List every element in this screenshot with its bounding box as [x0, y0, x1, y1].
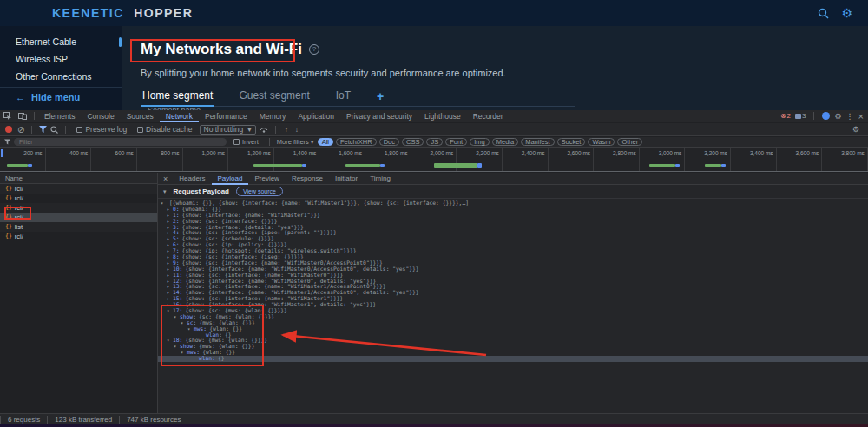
export-har-icon[interactable]: ↓ [295, 126, 299, 134]
request-row[interactable]: {} rci/ [0, 184, 157, 194]
devtools-tab[interactable]: Memory [253, 110, 293, 122]
devtools-tab[interactable]: Console [81, 110, 120, 122]
devtools-tab[interactable]: Performance [199, 110, 253, 122]
search-icon[interactable] [818, 8, 829, 19]
expander-icon[interactable]: ▾ [181, 320, 187, 326]
devtools-close-icon[interactable]: × [858, 111, 864, 122]
import-har-icon[interactable]: ↑ [285, 126, 288, 134]
detail-tab[interactable]: Initiator [329, 173, 364, 185]
segment-tab[interactable]: IoT [334, 87, 352, 107]
expander-icon[interactable]: ▸ [167, 213, 173, 219]
detail-tab[interactable]: Response [286, 173, 329, 185]
filter-chip[interactable]: Fetch/XHR [336, 138, 377, 146]
expander-icon[interactable]: ▾ [161, 200, 167, 207]
payload-line[interactable]: ▾show:{mws: {wlan: {}}} [158, 344, 868, 350]
section-expander-icon[interactable]: ▾ [163, 188, 167, 195]
expander-icon[interactable]: ▸ [167, 230, 173, 236]
network-settings-gear-icon[interactable]: ⚙ [852, 125, 865, 134]
filter-chip[interactable]: JS [426, 138, 443, 146]
filter-chip[interactable]: Img [470, 138, 490, 146]
sidebar-item[interactable]: Ethernet Cable [0, 33, 122, 50]
expander-icon[interactable]: ▸ [167, 225, 173, 231]
inspect-element-icon[interactable] [3, 112, 11, 120]
payload-line[interactable]: ▾18:{show: {mws: {wlan: {}}}} [158, 338, 868, 344]
expander-icon[interactable]: ▸ [167, 254, 173, 260]
more-filters-dropdown[interactable]: More filters▾ [277, 138, 314, 146]
invert-checkbox[interactable]: Invert [233, 138, 259, 146]
detail-tab[interactable]: Headers [173, 173, 211, 185]
filter-chip[interactable]: Socket [557, 138, 586, 146]
devtools-tab[interactable]: Elements [38, 110, 81, 122]
expander-icon[interactable]: ▸ [167, 279, 173, 285]
device-toolbar-icon[interactable] [18, 112, 27, 120]
expander-icon[interactable]: ▸ [167, 290, 173, 296]
payload-line[interactable]: ▾sc:{mws: {wlan: {}}} [158, 320, 868, 326]
filter-chip[interactable]: CSS [402, 138, 424, 146]
expander-icon[interactable]: ▾ [174, 344, 180, 350]
request-list-header[interactable]: Name [0, 173, 157, 184]
preserve-log-checkbox[interactable]: Preserve log [76, 125, 127, 134]
hide-menu-button[interactable]: ←Hide menu [16, 92, 80, 102]
network-timeline-overview[interactable]: 200 ms 400 ms 600 ms 800 ms 1,000 ms 1,2… [0, 148, 868, 172]
expander-icon[interactable]: ▸ [167, 219, 173, 225]
filter-chip[interactable]: Doc [379, 138, 399, 146]
request-row[interactable]: {} rci/ [0, 213, 157, 222]
record-button[interactable] [5, 126, 12, 133]
detail-tab[interactable]: Payload [212, 173, 249, 185]
expander-icon[interactable]: ▾ [181, 350, 187, 356]
network-conditions-icon[interactable] [260, 126, 268, 134]
request-row[interactable]: {} rci/ [0, 194, 157, 203]
devtools-settings-icon[interactable]: ⚙ [834, 112, 841, 121]
devtools-tab[interactable]: Sources [121, 110, 160, 122]
devtools-tab[interactable]: Lighthouse [418, 110, 467, 122]
expander-icon[interactable]: ▾ [187, 326, 194, 332]
expander-icon[interactable]: ▸ [167, 273, 173, 279]
sidebar-item[interactable]: Other Connections [0, 68, 122, 85]
devtools-tab[interactable]: Network [160, 110, 199, 122]
console-errors-badge[interactable]: ⊗2 [780, 112, 791, 120]
expander-icon[interactable]: ▸ [167, 296, 173, 302]
expander-icon[interactable]: ▸ [167, 302, 173, 308]
expander-icon[interactable]: ▸ [167, 248, 173, 254]
filter-chip[interactable]: Manifest [521, 138, 554, 146]
devtools-menu-icon[interactable]: ⋮ [846, 112, 854, 121]
expander-icon[interactable]: ▸ [167, 266, 173, 273]
payload-line[interactable]: ▾mws:{wlan: {}} [158, 326, 868, 332]
request-row[interactable]: {} rci/ [0, 232, 157, 241]
expander-icon[interactable]: ▸ [167, 284, 173, 290]
payload-line[interactable]: ▾show:{sc: {mws: {wlan: {}}}} [158, 314, 868, 320]
segment-tab[interactable]: Home segment [141, 87, 214, 107]
devtools-tab[interactable]: Application [292, 110, 340, 122]
disable-cache-checkbox[interactable]: Disable cache [137, 125, 192, 134]
sidebar-item[interactable]: Wireless ISP [0, 50, 122, 68]
close-detail-icon[interactable]: × [158, 174, 173, 183]
view-source-button[interactable]: View source [236, 187, 283, 196]
filter-chip[interactable]: All [318, 138, 333, 146]
detail-tab[interactable]: Timing [364, 173, 397, 185]
expander-icon[interactable]: ▸ [167, 260, 173, 266]
devtools-tab[interactable]: Privacy and security [340, 110, 418, 122]
filter-chip[interactable]: Wasm [588, 138, 615, 146]
expander-icon[interactable]: ▸ [167, 236, 173, 242]
detail-tab[interactable]: Preview [248, 173, 285, 185]
devtools-tab[interactable]: Recorder [467, 110, 510, 122]
filter-chip[interactable]: Font [445, 138, 467, 146]
settings-gear-icon[interactable]: ⚙ [841, 7, 852, 19]
filter-chip[interactable]: Media [492, 138, 518, 146]
chrome-profile-icon[interactable] [822, 112, 830, 120]
segment-tab[interactable]: Guest segment [237, 87, 311, 107]
filter-chip[interactable]: Other [617, 138, 642, 146]
expander-icon[interactable]: ▾ [167, 308, 173, 314]
expander-icon[interactable]: ▸ [167, 242, 173, 248]
expander-icon[interactable]: ▾ [167, 338, 173, 344]
request-row[interactable]: {} list [0, 222, 157, 232]
network-search-icon[interactable] [50, 126, 58, 134]
payload-line[interactable]: ▾mws:{wlan: {}} [158, 350, 868, 356]
payload-line[interactable]: wlan:{} [158, 356, 868, 362]
clear-icon[interactable]: ⊘ [17, 125, 24, 135]
expander-icon[interactable]: ▾ [174, 314, 180, 320]
issues-badge[interactable]: 3 [795, 112, 806, 120]
throttling-dropdown[interactable]: No throttling▾ [200, 125, 256, 135]
payload-line[interactable]: ▾[{whoami: {}}, {show: {interface: {name… [158, 200, 868, 207]
help-info-icon[interactable]: ? [309, 44, 319, 55]
